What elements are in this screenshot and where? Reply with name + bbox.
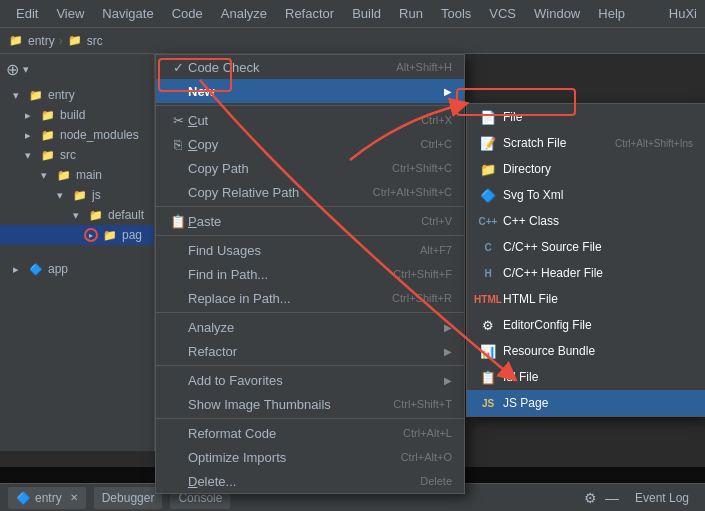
ctx-replace-label: Replace in Path... <box>188 291 372 306</box>
tree-label: main <box>76 168 102 182</box>
ctx-find-in-path[interactable]: Find in Path... Ctrl+Shift+F <box>156 262 464 286</box>
tree-label: entry <box>48 88 75 102</box>
sidebar: ⊕ ▾ ▾ 📁 entry ▸ 📁 build ▸ 📁 node_modules… <box>0 54 155 451</box>
ctx-cut-label: Cut <box>188 113 401 128</box>
submenu-scratch-file[interactable]: 📝 Scratch File Ctrl+Alt+Shift+Ins <box>467 130 705 156</box>
ctx-analyze[interactable]: Analyze ▶ <box>156 315 464 339</box>
ctx-code-check-label: Code Check <box>188 60 376 75</box>
username-label: HuXi <box>669 6 697 21</box>
menu-vcs[interactable]: VCS <box>481 4 524 23</box>
ctx-add-to-favorites[interactable]: Add to Favorites ▶ <box>156 368 464 392</box>
ctx-find-usages[interactable]: Find Usages Alt+F7 <box>156 238 464 262</box>
menu-window[interactable]: Window <box>526 4 588 23</box>
ctx-copy-rel-shortcut: Ctrl+Alt+Shift+C <box>373 186 452 198</box>
tree-item-main[interactable]: ▾ 📁 main <box>0 165 154 185</box>
submenu-c-source[interactable]: C C/C++ Source File <box>467 234 705 260</box>
bottom-tab-debugger[interactable]: Debugger <box>94 487 163 509</box>
menu-view[interactable]: View <box>48 4 92 23</box>
ctx-copy[interactable]: ⎘ Copy Ctrl+C <box>156 132 464 156</box>
ctx-sep-6 <box>156 418 464 419</box>
app-area[interactable]: ▸ 🔷 app <box>0 257 154 281</box>
ctx-sep-5 <box>156 365 464 366</box>
nodemodules-folder-icon: 📁 <box>40 127 56 143</box>
tree-item-src[interactable]: ▾ 📁 src <box>0 145 154 165</box>
submenu: 📄 File 📝 Scratch File Ctrl+Alt+Shift+Ins… <box>466 103 705 417</box>
submenu-c-header-label: C/C++ Header File <box>503 266 687 280</box>
tree-item-default[interactable]: ▾ 📁 default <box>0 205 154 225</box>
menu-navigate[interactable]: Navigate <box>94 4 161 23</box>
submenu-js-label: JS Page <box>503 396 687 410</box>
default-folder-icon: 📁 <box>88 207 104 223</box>
src-folder-icon: 📁 <box>40 147 56 163</box>
tree-item-js[interactable]: ▾ 📁 js <box>0 185 154 205</box>
ctx-copy-rel-label: Copy Relative Path <box>188 185 353 200</box>
tree-item-build[interactable]: ▸ 📁 build <box>0 105 154 125</box>
chevron-right-icon: ▸ <box>8 261 24 277</box>
tree-item-entry[interactable]: ▾ 📁 entry <box>0 85 154 105</box>
submenu-c-header[interactable]: H C/C++ Header File <box>467 260 705 286</box>
ctx-new[interactable]: New ▶ 📄 File 📝 Scratch File Ctrl+Alt+Shi… <box>156 79 464 103</box>
menu-analyze[interactable]: Analyze <box>213 4 275 23</box>
submenu-idl[interactable]: 📋 Idl File <box>467 364 705 390</box>
ctx-show-thumbnails[interactable]: Show Image Thumbnails Ctrl+Shift+T <box>156 392 464 416</box>
menu-help[interactable]: Help <box>590 4 633 23</box>
menu-code[interactable]: Code <box>164 4 211 23</box>
ctx-code-check-shortcut: Alt+Shift+H <box>396 61 452 73</box>
main-folder-icon: 📁 <box>56 167 72 183</box>
ctx-copy-path[interactable]: Copy Path Ctrl+Shift+C <box>156 156 464 180</box>
breadcrumb-src[interactable]: src <box>87 34 103 48</box>
bottom-tab-entry[interactable]: 🔷 entry ✕ <box>8 487 86 509</box>
tree-item-node-modules[interactable]: ▸ 📁 node_modules <box>0 125 154 145</box>
submenu-resource-label: Resource Bundle <box>503 344 687 358</box>
chevron-down-icon: ▾ <box>52 187 68 203</box>
sidebar-plus-icon[interactable]: ⊕ <box>6 60 19 79</box>
submenu-cpp-class[interactable]: C++ C++ Class <box>467 208 705 234</box>
chevron-right-icon: ▸ <box>20 127 36 143</box>
sidebar-dropdown-icon[interactable]: ▾ <box>23 63 29 76</box>
context-menu: ✓ Code Check Alt+Shift+H New ▶ 📄 File 📝 … <box>155 54 465 494</box>
submenu-directory[interactable]: 📁 Directory <box>467 156 705 182</box>
tree-label: build <box>60 108 85 122</box>
entry-folder-icon: 📁 <box>28 87 44 103</box>
submenu-file[interactable]: 📄 File <box>467 104 705 130</box>
settings-gear-icon[interactable]: ⚙ <box>584 490 597 506</box>
resource-icon: 📊 <box>479 342 497 360</box>
menu-tools[interactable]: Tools <box>433 4 479 23</box>
chevron-down-icon: ▾ <box>68 207 84 223</box>
submenu-resource-bundle[interactable]: 📊 Resource Bundle <box>467 338 705 364</box>
submenu-js-page[interactable]: JS JS Page <box>467 390 705 416</box>
entry-tab-close-icon[interactable]: ✕ <box>70 492 78 503</box>
ctx-code-check[interactable]: ✓ Code Check Alt+Shift+H <box>156 55 464 79</box>
minimize-icon[interactable]: — <box>605 490 619 506</box>
submenu-svg-to-xml[interactable]: 🔷 Svg To Xml <box>467 182 705 208</box>
submenu-editorconfig[interactable]: ⚙ EditorConfig File <box>467 312 705 338</box>
menu-edit[interactable]: Edit <box>8 4 46 23</box>
ctx-favorites-label: Add to Favorites <box>188 373 444 388</box>
menu-run[interactable]: Run <box>391 4 431 23</box>
submenu-svg-label: Svg To Xml <box>503 188 687 202</box>
tree-item-pag[interactable]: ▸ 📁 pag <box>0 225 154 245</box>
ctx-copy-label: Copy <box>188 137 401 152</box>
submenu-scratch-label: Scratch File <box>503 136 609 150</box>
ctx-optimize-imports[interactable]: Optimize Imports Ctrl+Alt+O <box>156 445 464 469</box>
c-header-icon: H <box>479 264 497 282</box>
menu-build[interactable]: Build <box>344 4 389 23</box>
ctx-copy-relative-path[interactable]: Copy Relative Path Ctrl+Alt+Shift+C <box>156 180 464 204</box>
ctx-replace-in-path[interactable]: Replace in Path... Ctrl+Shift+R <box>156 286 464 310</box>
breadcrumb-src-icon: 📁 <box>67 33 83 49</box>
ctx-delete[interactable]: Delete... Delete <box>156 469 464 493</box>
ctx-reformat-code[interactable]: Reformat Code Ctrl+Alt+L <box>156 421 464 445</box>
menu-refactor[interactable]: Refactor <box>277 4 342 23</box>
paste-icon: 📋 <box>168 214 188 229</box>
breadcrumb-folder-icon: 📁 <box>8 33 24 49</box>
breadcrumb-entry[interactable]: entry <box>28 34 55 48</box>
chevron-right-icon: ▸ <box>84 228 98 242</box>
event-log-button[interactable]: Event Log <box>627 489 697 507</box>
ctx-sep-2 <box>156 206 464 207</box>
ctx-paste[interactable]: 📋 Paste Ctrl+V <box>156 209 464 233</box>
entry-tab-icon: 🔷 <box>16 491 31 505</box>
submenu-html[interactable]: HTML HTML File <box>467 286 705 312</box>
ctx-cut[interactable]: ✂ Cut Ctrl+X <box>156 108 464 132</box>
directory-icon: 📁 <box>479 160 497 178</box>
ctx-refactor[interactable]: Refactor ▶ <box>156 339 464 363</box>
